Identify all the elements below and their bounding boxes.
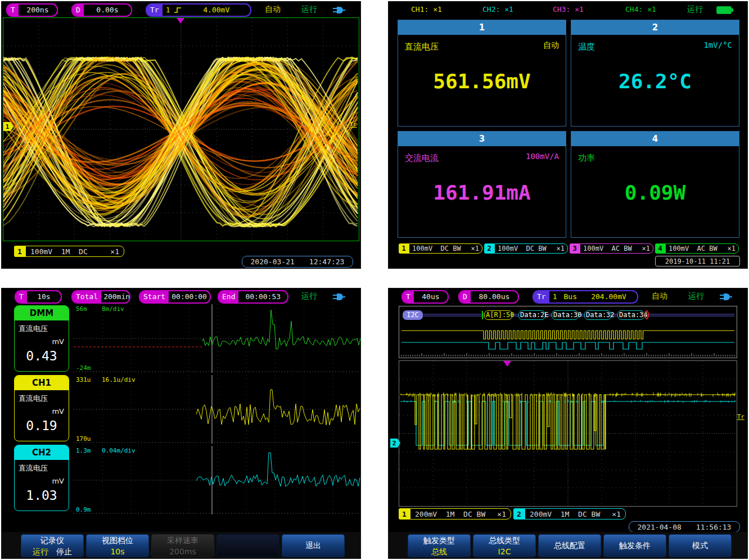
channel1-status-badge[interactable]: 1 200mV 1M DC BW ×1 — [399, 508, 511, 520]
measure-value: 0.43 — [15, 349, 69, 363]
datetime-value: 2019-10-11 11:21 — [665, 258, 730, 265]
bus-config-button[interactable]: 总线配置 — [538, 534, 601, 557]
decoded-data-packet: Data:30 — [552, 310, 579, 320]
softkey-menu: 记录仪 运行停止 视图档位 10s 采样速率 200ms 退出 — [2, 532, 360, 559]
timebase-box[interactable]: T 200ns — [6, 3, 58, 17]
delay-value: 0.00s — [84, 4, 131, 16]
decoded-data-packet: Data:32 — [584, 310, 611, 320]
trigger-level: 4.00mV — [182, 4, 250, 16]
trigger-type-button[interactable]: 触发类型 总线 — [408, 534, 471, 557]
trigger-level-marker[interactable]: Tr — [737, 413, 745, 421]
channel-settings: 200mV 1M DC BW — [415, 510, 485, 518]
probe-ratio: ×1 — [493, 510, 506, 518]
power-plug-icon — [332, 5, 346, 15]
channel3-status-badge[interactable]: 3 100mV AC BW ×1 — [570, 243, 653, 254]
button-title: 退出 — [305, 541, 321, 551]
probe-ratio: ×1 — [467, 245, 479, 252]
trigger-position-marker[interactable] — [177, 18, 184, 24]
trigger-box[interactable]: Tr 1 Bus 204.00mV — [533, 290, 638, 304]
power-plug-icon — [719, 292, 733, 302]
delay-box[interactable]: D 80.00us — [458, 290, 519, 304]
dmm-per-div: 8m/div — [102, 305, 124, 313]
timebase-value: 200ns — [19, 4, 57, 16]
channel-number: 3 — [570, 243, 580, 254]
dmm-channel-card[interactable]: DMM 直流电压 mV 0.43 — [14, 305, 69, 372]
ch1-channel-card[interactable]: CH1 直流电压 mV 0.19 — [14, 375, 69, 441]
total-time-box[interactable]: Total 200min — [71, 290, 130, 304]
dmm-top-scale: 56m — [76, 305, 87, 313]
trigger-condition-button[interactable]: 触发条件 — [603, 534, 666, 557]
meter-card-4: 4 功率 0.09W — [571, 131, 739, 238]
stop-condition-mark — [644, 310, 649, 319]
trigger-box[interactable]: Tr 1 4.00mV — [146, 3, 251, 17]
waveform-display — [399, 360, 737, 507]
start-time-box[interactable]: Start 00:00:00 — [139, 290, 211, 304]
delay-box[interactable]: D 0.00s — [71, 3, 132, 17]
trigger-level-marker[interactable]: Tr — [350, 121, 357, 128]
channel-number: 1 — [399, 243, 409, 254]
measure-range: 1mV/°C — [703, 40, 732, 49]
channel-number: 4 — [655, 243, 665, 254]
meter-card-2: 2 温度 1mV/°C 26.2°C — [571, 20, 739, 127]
softkey-menu: 触发类型 总线 总线类型 I2C 总线配置 触发条件 模式 — [389, 532, 747, 559]
measure-value: 161.91mA — [398, 181, 566, 204]
ch2-bottom-scale: 0.9m — [76, 506, 91, 513]
button-title: 视图档位 — [86, 536, 149, 546]
button-title: 记录仪 — [21, 536, 84, 546]
empty-softkey — [216, 534, 279, 557]
measure-range: 自动 — [543, 40, 559, 51]
bus-decode-strip: I2C A[R]:50 Data:2E Data:30 Data:32 Data… — [399, 306, 737, 358]
timebase-box[interactable]: T 40us — [401, 290, 449, 304]
delay-label: D — [459, 291, 471, 302]
button-title: 采样速率 — [151, 536, 214, 546]
channel-number: 1 — [14, 246, 25, 257]
probe-ratio: ×1 — [607, 510, 621, 518]
channel-name: CH2 — [15, 445, 69, 460]
exit-button[interactable]: 退出 — [282, 534, 345, 557]
acquisition-mode: 自动 — [265, 4, 281, 15]
mode-button[interactable]: 模式 — [669, 534, 732, 557]
trigger-type: Bus — [560, 291, 580, 302]
bus-type-button[interactable]: 总线类型 I2C — [473, 534, 536, 557]
end-time-box[interactable]: End 00:00:53 — [218, 290, 288, 304]
date-value: 2021-04-08 — [638, 523, 682, 531]
measure-unit: mV — [52, 407, 64, 416]
acquisition-mode: 自动 — [652, 291, 667, 301]
card-number: 4 — [571, 132, 739, 146]
button-title: 触发条件 — [619, 541, 651, 551]
channel-name: CH1 — [15, 376, 69, 390]
trigger-position-marker[interactable] — [503, 361, 511, 367]
timebase-box[interactable]: T 10s — [15, 290, 62, 304]
button-title: 总线类型 — [473, 536, 536, 546]
probe-ratio: ×1 — [106, 247, 119, 256]
card-number: 2 — [571, 20, 739, 35]
run-status: 运行 — [301, 291, 317, 301]
sample-rate-button: 采样速率 200ms — [151, 534, 214, 557]
channel1-status-badge[interactable]: 1 100mV 1M DC ×1 — [14, 246, 124, 257]
ch2-channel-card[interactable]: CH2 直流电压 mV 1.03 — [14, 445, 69, 511]
channel2-status-badge[interactable]: 2 200mV 1M DC BW ×1 — [513, 508, 626, 520]
channel-settings: 100mV DC BW — [412, 245, 461, 252]
channel4-status-badge[interactable]: 4 100mV AC BW ×1 — [655, 243, 739, 254]
ch1-strip-chart — [74, 375, 361, 444]
trigger-label: Tr — [534, 291, 549, 302]
total-value: 200min — [101, 291, 130, 302]
view-scale-button[interactable]: 视图档位 10s — [86, 534, 149, 557]
delay-label: D — [73, 4, 84, 16]
start-label: Start — [140, 291, 169, 302]
datetime-display: 2021-04-08 11:56:13 — [629, 521, 740, 532]
ch4-probe-status: CH4: ×1 — [625, 5, 656, 13]
stop-option: 停止 — [56, 547, 72, 556]
channel1-status-badge[interactable]: 1 100mV DC BW ×1 — [399, 243, 482, 254]
decoded-address-packet: A[R]:50 — [484, 310, 512, 320]
card-number: 1 — [398, 20, 566, 35]
bus-decode-screen: T 40us D 80.00us Tr 1 Bus 204.00mV 自动 运行… — [388, 288, 748, 559]
channel2-status-badge[interactable]: 2 100mV DC BW ×1 — [484, 243, 568, 254]
ch1-probe-status: CH1: ×1 — [411, 5, 442, 13]
bus-type-tag[interactable]: I2C — [403, 310, 423, 320]
channel-settings: 100mV AC BW — [583, 245, 632, 252]
button-title: 模式 — [692, 541, 708, 551]
ch3-probe-status: CH3: ×1 — [553, 5, 584, 13]
recorder-run-stop-button[interactable]: 记录仪 运行停止 — [21, 534, 84, 557]
battery-icon — [716, 6, 733, 14]
